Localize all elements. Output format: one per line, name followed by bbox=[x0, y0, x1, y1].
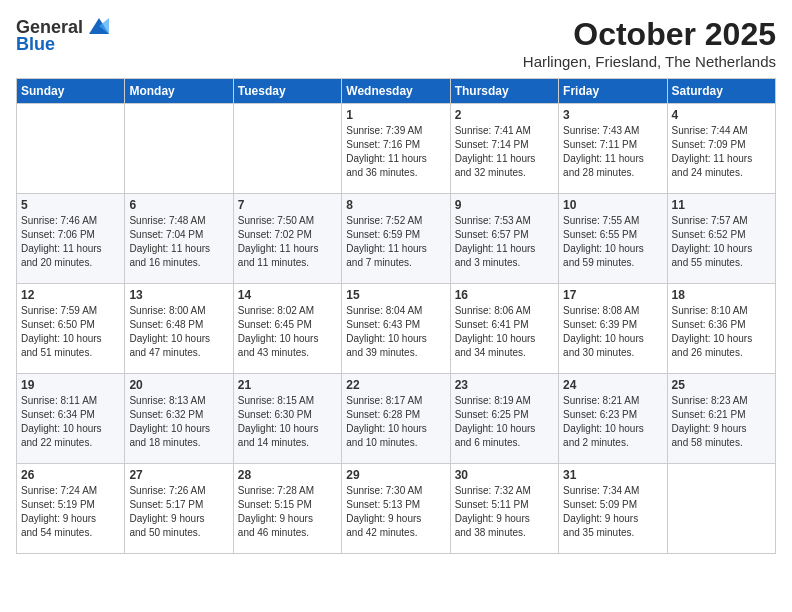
calendar-cell: 6Sunrise: 7:48 AM Sunset: 7:04 PM Daylig… bbox=[125, 194, 233, 284]
day-number: 3 bbox=[563, 108, 662, 122]
calendar-cell bbox=[125, 104, 233, 194]
day-info: Sunrise: 8:13 AM Sunset: 6:32 PM Dayligh… bbox=[129, 394, 228, 450]
day-info: Sunrise: 8:21 AM Sunset: 6:23 PM Dayligh… bbox=[563, 394, 662, 450]
calendar-cell: 10Sunrise: 7:55 AM Sunset: 6:55 PM Dayli… bbox=[559, 194, 667, 284]
day-info: Sunrise: 8:04 AM Sunset: 6:43 PM Dayligh… bbox=[346, 304, 445, 360]
calendar-cell: 24Sunrise: 8:21 AM Sunset: 6:23 PM Dayli… bbox=[559, 374, 667, 464]
day-number: 31 bbox=[563, 468, 662, 482]
calendar-cell: 17Sunrise: 8:08 AM Sunset: 6:39 PM Dayli… bbox=[559, 284, 667, 374]
day-info: Sunrise: 7:46 AM Sunset: 7:06 PM Dayligh… bbox=[21, 214, 120, 270]
calendar-cell: 29Sunrise: 7:30 AM Sunset: 5:13 PM Dayli… bbox=[342, 464, 450, 554]
calendar-cell: 14Sunrise: 8:02 AM Sunset: 6:45 PM Dayli… bbox=[233, 284, 341, 374]
day-info: Sunrise: 8:19 AM Sunset: 6:25 PM Dayligh… bbox=[455, 394, 554, 450]
calendar-cell: 4Sunrise: 7:44 AM Sunset: 7:09 PM Daylig… bbox=[667, 104, 775, 194]
day-info: Sunrise: 8:06 AM Sunset: 6:41 PM Dayligh… bbox=[455, 304, 554, 360]
day-number: 1 bbox=[346, 108, 445, 122]
day-info: Sunrise: 8:15 AM Sunset: 6:30 PM Dayligh… bbox=[238, 394, 337, 450]
day-number: 6 bbox=[129, 198, 228, 212]
day-number: 15 bbox=[346, 288, 445, 302]
calendar-week-3: 12Sunrise: 7:59 AM Sunset: 6:50 PM Dayli… bbox=[17, 284, 776, 374]
day-number: 30 bbox=[455, 468, 554, 482]
day-info: Sunrise: 8:23 AM Sunset: 6:21 PM Dayligh… bbox=[672, 394, 771, 450]
calendar-cell: 16Sunrise: 8:06 AM Sunset: 6:41 PM Dayli… bbox=[450, 284, 558, 374]
day-info: Sunrise: 7:52 AM Sunset: 6:59 PM Dayligh… bbox=[346, 214, 445, 270]
calendar-cell bbox=[667, 464, 775, 554]
header-saturday: Saturday bbox=[667, 79, 775, 104]
day-info: Sunrise: 7:44 AM Sunset: 7:09 PM Dayligh… bbox=[672, 124, 771, 180]
calendar-cell: 7Sunrise: 7:50 AM Sunset: 7:02 PM Daylig… bbox=[233, 194, 341, 284]
calendar-cell: 21Sunrise: 8:15 AM Sunset: 6:30 PM Dayli… bbox=[233, 374, 341, 464]
calendar-week-2: 5Sunrise: 7:46 AM Sunset: 7:06 PM Daylig… bbox=[17, 194, 776, 284]
calendar-cell: 28Sunrise: 7:28 AM Sunset: 5:15 PM Dayli… bbox=[233, 464, 341, 554]
calendar-cell: 31Sunrise: 7:34 AM Sunset: 5:09 PM Dayli… bbox=[559, 464, 667, 554]
day-number: 17 bbox=[563, 288, 662, 302]
calendar-cell: 18Sunrise: 8:10 AM Sunset: 6:36 PM Dayli… bbox=[667, 284, 775, 374]
logo-icon bbox=[85, 16, 113, 38]
day-number: 13 bbox=[129, 288, 228, 302]
day-info: Sunrise: 7:26 AM Sunset: 5:17 PM Dayligh… bbox=[129, 484, 228, 540]
day-number: 23 bbox=[455, 378, 554, 392]
calendar-cell: 8Sunrise: 7:52 AM Sunset: 6:59 PM Daylig… bbox=[342, 194, 450, 284]
calendar-week-1: 1Sunrise: 7:39 AM Sunset: 7:16 PM Daylig… bbox=[17, 104, 776, 194]
calendar-cell: 11Sunrise: 7:57 AM Sunset: 6:52 PM Dayli… bbox=[667, 194, 775, 284]
day-number: 18 bbox=[672, 288, 771, 302]
calendar-week-4: 19Sunrise: 8:11 AM Sunset: 6:34 PM Dayli… bbox=[17, 374, 776, 464]
day-number: 9 bbox=[455, 198, 554, 212]
day-number: 19 bbox=[21, 378, 120, 392]
header-wednesday: Wednesday bbox=[342, 79, 450, 104]
header-tuesday: Tuesday bbox=[233, 79, 341, 104]
day-number: 12 bbox=[21, 288, 120, 302]
day-number: 10 bbox=[563, 198, 662, 212]
day-info: Sunrise: 7:50 AM Sunset: 7:02 PM Dayligh… bbox=[238, 214, 337, 270]
calendar-cell: 1Sunrise: 7:39 AM Sunset: 7:16 PM Daylig… bbox=[342, 104, 450, 194]
calendar-header-row: SundayMondayTuesdayWednesdayThursdayFrid… bbox=[17, 79, 776, 104]
calendar-cell bbox=[17, 104, 125, 194]
day-info: Sunrise: 7:57 AM Sunset: 6:52 PM Dayligh… bbox=[672, 214, 771, 270]
day-info: Sunrise: 8:10 AM Sunset: 6:36 PM Dayligh… bbox=[672, 304, 771, 360]
day-info: Sunrise: 7:28 AM Sunset: 5:15 PM Dayligh… bbox=[238, 484, 337, 540]
day-number: 21 bbox=[238, 378, 337, 392]
day-info: Sunrise: 7:43 AM Sunset: 7:11 PM Dayligh… bbox=[563, 124, 662, 180]
logo: General Blue bbox=[16, 16, 113, 55]
day-info: Sunrise: 7:30 AM Sunset: 5:13 PM Dayligh… bbox=[346, 484, 445, 540]
calendar-cell: 20Sunrise: 8:13 AM Sunset: 6:32 PM Dayli… bbox=[125, 374, 233, 464]
calendar-cell bbox=[233, 104, 341, 194]
day-info: Sunrise: 8:11 AM Sunset: 6:34 PM Dayligh… bbox=[21, 394, 120, 450]
day-number: 28 bbox=[238, 468, 337, 482]
day-info: Sunrise: 7:59 AM Sunset: 6:50 PM Dayligh… bbox=[21, 304, 120, 360]
day-number: 11 bbox=[672, 198, 771, 212]
day-info: Sunrise: 8:08 AM Sunset: 6:39 PM Dayligh… bbox=[563, 304, 662, 360]
day-info: Sunrise: 7:24 AM Sunset: 5:19 PM Dayligh… bbox=[21, 484, 120, 540]
day-number: 2 bbox=[455, 108, 554, 122]
day-info: Sunrise: 8:00 AM Sunset: 6:48 PM Dayligh… bbox=[129, 304, 228, 360]
day-info: Sunrise: 8:17 AM Sunset: 6:28 PM Dayligh… bbox=[346, 394, 445, 450]
day-number: 25 bbox=[672, 378, 771, 392]
calendar-cell: 5Sunrise: 7:46 AM Sunset: 7:06 PM Daylig… bbox=[17, 194, 125, 284]
day-number: 26 bbox=[21, 468, 120, 482]
title-section: October 2025 Harlingen, Friesland, The N… bbox=[523, 16, 776, 70]
day-number: 16 bbox=[455, 288, 554, 302]
calendar-cell: 2Sunrise: 7:41 AM Sunset: 7:14 PM Daylig… bbox=[450, 104, 558, 194]
day-info: Sunrise: 7:41 AM Sunset: 7:14 PM Dayligh… bbox=[455, 124, 554, 180]
day-number: 8 bbox=[346, 198, 445, 212]
calendar-cell: 19Sunrise: 8:11 AM Sunset: 6:34 PM Dayli… bbox=[17, 374, 125, 464]
header-thursday: Thursday bbox=[450, 79, 558, 104]
day-number: 5 bbox=[21, 198, 120, 212]
calendar-cell: 25Sunrise: 8:23 AM Sunset: 6:21 PM Dayli… bbox=[667, 374, 775, 464]
day-number: 27 bbox=[129, 468, 228, 482]
day-number: 24 bbox=[563, 378, 662, 392]
calendar-cell: 15Sunrise: 8:04 AM Sunset: 6:43 PM Dayli… bbox=[342, 284, 450, 374]
calendar-cell: 9Sunrise: 7:53 AM Sunset: 6:57 PM Daylig… bbox=[450, 194, 558, 284]
day-info: Sunrise: 7:34 AM Sunset: 5:09 PM Dayligh… bbox=[563, 484, 662, 540]
calendar-table: SundayMondayTuesdayWednesdayThursdayFrid… bbox=[16, 78, 776, 554]
calendar-cell: 12Sunrise: 7:59 AM Sunset: 6:50 PM Dayli… bbox=[17, 284, 125, 374]
calendar-cell: 27Sunrise: 7:26 AM Sunset: 5:17 PM Dayli… bbox=[125, 464, 233, 554]
calendar-week-5: 26Sunrise: 7:24 AM Sunset: 5:19 PM Dayli… bbox=[17, 464, 776, 554]
day-info: Sunrise: 7:53 AM Sunset: 6:57 PM Dayligh… bbox=[455, 214, 554, 270]
calendar-cell: 3Sunrise: 7:43 AM Sunset: 7:11 PM Daylig… bbox=[559, 104, 667, 194]
header-monday: Monday bbox=[125, 79, 233, 104]
page-header: General Blue October 2025 Harlingen, Fri… bbox=[16, 16, 776, 70]
day-number: 20 bbox=[129, 378, 228, 392]
calendar-cell: 13Sunrise: 8:00 AM Sunset: 6:48 PM Dayli… bbox=[125, 284, 233, 374]
calendar-cell: 23Sunrise: 8:19 AM Sunset: 6:25 PM Dayli… bbox=[450, 374, 558, 464]
